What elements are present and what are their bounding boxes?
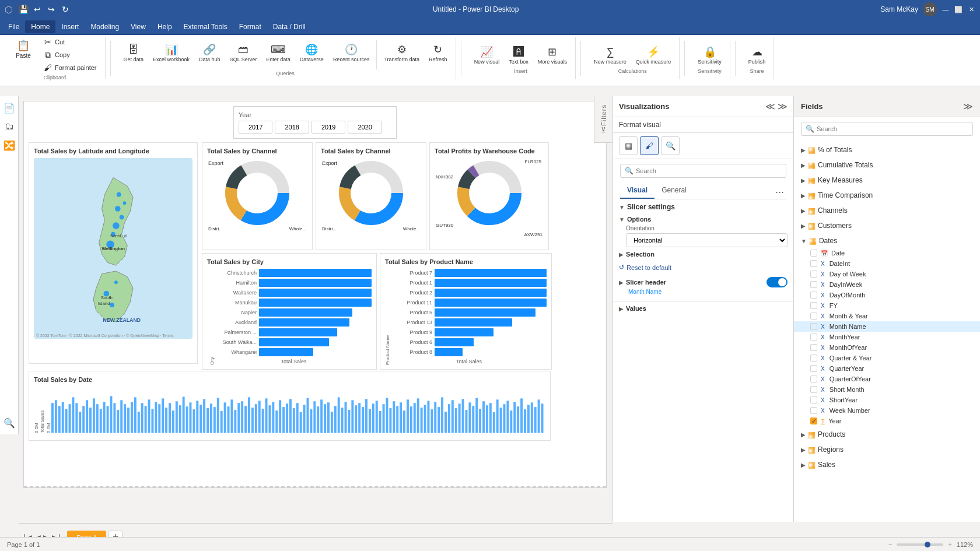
fields-panel-collapse[interactable]: ≫ xyxy=(963,101,973,112)
copy-button[interactable]: ⧉Copy xyxy=(40,49,100,61)
user-avatar[interactable]: SM xyxy=(923,2,937,16)
slicer-settings-header[interactable]: ▼ Slicer settings xyxy=(619,203,788,211)
fields-item-year[interactable]: ✓ ∑ Year xyxy=(794,416,980,426)
menu-modeling[interactable]: Modeling xyxy=(85,20,125,33)
refresh-button[interactable]: ↻ xyxy=(60,3,71,15)
orientation-dropdown[interactable]: Horizontal xyxy=(626,233,788,247)
fields-item-dayofmonth[interactable]: X DayOfMonth xyxy=(794,290,980,300)
fields-item-shortyear[interactable]: X ShortYear xyxy=(794,395,980,405)
fields-item-quarteryear2[interactable]: X QuarterYear xyxy=(794,363,980,374)
format-paintbrush-icon[interactable]: 🖌 xyxy=(640,136,659,155)
menu-file[interactable]: File xyxy=(2,20,25,33)
undo-button[interactable]: ↩ xyxy=(32,3,43,15)
city-bar-chart[interactable]: Total Sales by City City Christchurch Ha… xyxy=(202,253,377,370)
fields-item-dayinweek[interactable]: X DayInWeek xyxy=(794,279,980,290)
product-bar-chart[interactable]: Total Sales by Product Name Product Name… xyxy=(380,253,552,370)
fields-item-dateint[interactable]: X DateInt xyxy=(794,258,980,269)
zoom-in-icon[interactable]: + xyxy=(948,541,951,548)
channel-donut-1[interactable]: Total Sales by Channel Export Distri... … xyxy=(202,142,313,250)
fields-search-input[interactable] xyxy=(801,122,973,136)
excel-button[interactable]: 📊 Excel workbook xyxy=(149,40,193,65)
fields-group-customers-header[interactable]: ▶ ▦ Customers xyxy=(794,219,980,233)
text-box-button[interactable]: 🅰 Text box xyxy=(505,43,532,67)
viz-tab-general[interactable]: General xyxy=(654,183,694,199)
more-visuals-button[interactable]: ⊞ More visuals xyxy=(534,43,571,67)
minimize-button[interactable]: — xyxy=(942,5,950,13)
dataverse-button[interactable]: 🌐 Dataverse xyxy=(296,40,327,65)
viz-search-input[interactable] xyxy=(620,164,786,178)
recent-sources-button[interactable]: 🕐 Recent sources xyxy=(330,40,373,65)
fields-group-sales-header[interactable]: ▶ ▦ Sales xyxy=(794,458,980,472)
data-hub-button[interactable]: 🔗 Data hub xyxy=(195,40,224,65)
left-nav-data[interactable]: 🗂 xyxy=(2,120,16,134)
left-nav-dax[interactable]: 🔍 xyxy=(2,416,16,430)
warehouse-donut[interactable]: Total Profits by Warehouse Code FLR025 N… xyxy=(429,142,549,250)
sql-button[interactable]: 🗃 SQL Server xyxy=(226,40,261,65)
fields-item-quarteryear[interactable]: X Quarter & Year xyxy=(794,353,980,363)
fields-item-fy[interactable]: X FY xyxy=(794,300,980,311)
menu-data-drill[interactable]: Data / Drill xyxy=(267,20,312,33)
zoom-out-icon[interactable]: − xyxy=(888,541,892,548)
fields-group-regions-header[interactable]: ▶ ▦ Regions xyxy=(794,443,980,457)
fields-group-dates-header[interactable]: ▼ ▦ Dates xyxy=(794,234,980,248)
year-2017-btn[interactable]: 2017 xyxy=(239,121,272,134)
date-timeline-chart[interactable]: Total Sales by Date 0.5M Total Sales 0.0… xyxy=(29,371,551,441)
fields-group-time-comparison-header[interactable]: ▶ ▦ Time Comparison xyxy=(794,188,980,202)
sensitivity-button[interactable]: 🔒 Sensitivity xyxy=(694,43,725,67)
fields-group-cumulative-header[interactable]: ▶ ▦ Cumulative Totals xyxy=(794,158,980,172)
zoom-slider[interactable] xyxy=(897,543,943,546)
close-button[interactable]: ✕ xyxy=(967,5,975,13)
menu-view[interactable]: View xyxy=(125,20,152,33)
fields-item-monthofyear[interactable]: X MonthOfYear xyxy=(794,342,980,353)
menu-external-tools[interactable]: External Tools xyxy=(178,20,233,33)
filter-toggle[interactable]: Filters ⊻ xyxy=(594,96,612,143)
fields-item-monthyear2[interactable]: X MonthYear xyxy=(794,332,980,342)
values-section-header[interactable]: ▶ Values xyxy=(619,305,788,312)
get-data-button[interactable]: 🗄 Get data xyxy=(120,40,148,65)
viz-panel-expand[interactable]: ≫ xyxy=(778,101,788,112)
new-visual-button[interactable]: 📈 New visual xyxy=(471,43,503,67)
report-canvas[interactable]: Year 2017 2018 2019 2020 Total Sales by … xyxy=(23,101,607,488)
format-painter-button[interactable]: 🖌Format painter xyxy=(40,62,100,73)
slicer-header-chevron[interactable]: ▶ xyxy=(619,279,624,286)
fields-item-shortmonth[interactable]: X Short Month xyxy=(794,384,980,395)
selection-section-header[interactable]: ▶ Selection xyxy=(619,251,788,258)
fields-item-weeknumber[interactable]: X Week Number xyxy=(794,405,980,416)
fields-item-quarterofyear[interactable]: X QuarterOfYear xyxy=(794,374,980,384)
map-chart[interactable]: Total Sales by Latitude and Longitude xyxy=(29,142,198,364)
slicer-header-toggle[interactable] xyxy=(766,277,788,287)
redo-button[interactable]: ↪ xyxy=(46,3,57,15)
fields-item-monthname[interactable]: X Month Name xyxy=(794,321,980,332)
menu-format[interactable]: Format xyxy=(233,20,267,33)
save-button[interactable]: 💾 xyxy=(18,3,29,15)
reset-button[interactable]: ↺ Reset to default xyxy=(619,262,788,272)
fields-item-date[interactable]: 📅 Date xyxy=(794,248,980,258)
fields-item-monthyear[interactable]: X Month & Year xyxy=(794,311,980,321)
paste-button[interactable]: 📋 Paste xyxy=(9,36,37,61)
menu-help[interactable]: Help xyxy=(152,20,178,33)
menu-insert[interactable]: Insert xyxy=(55,20,85,33)
fields-group-products-header[interactable]: ▶ ▦ Products xyxy=(794,427,980,441)
quick-measure-button[interactable]: ⚡ Quick measure xyxy=(632,43,675,67)
channel-donut-2[interactable]: Total Sales by Channel Export Distri... … xyxy=(316,142,426,250)
publish-button[interactable]: ☁ Publish xyxy=(745,43,769,67)
viz-tab-more[interactable]: ... xyxy=(773,183,786,199)
format-search-icon[interactable]: 🔍 xyxy=(661,136,680,155)
options-section-header[interactable]: ▼ Options xyxy=(619,216,788,223)
enter-data-button[interactable]: ⌨ Enter data xyxy=(262,40,294,65)
year-2018-btn[interactable]: 2018 xyxy=(275,121,309,134)
fields-group-channels-header[interactable]: ▶ ▦ Channels xyxy=(794,203,980,217)
fields-group-key-measures-header[interactable]: ▶ ▦ Key Measures xyxy=(794,173,980,187)
restore-button[interactable]: ⬜ xyxy=(954,5,963,13)
transform-button[interactable]: ⚙ Transform data xyxy=(380,40,423,65)
left-nav-model[interactable]: 🔀 xyxy=(2,138,16,152)
viz-tab-visual[interactable]: Visual xyxy=(620,183,654,199)
format-table-icon[interactable]: ▦ xyxy=(619,136,638,155)
cut-button[interactable]: ✂Cut xyxy=(40,36,100,48)
year-2019-btn[interactable]: 2019 xyxy=(312,121,345,134)
fields-group-totals-header[interactable]: ▶ ▦ % of Totals xyxy=(794,143,980,157)
viz-panel-collapse[interactable]: ≪ xyxy=(765,101,775,112)
new-measure-button[interactable]: ∑ New measure xyxy=(590,43,630,67)
year-2020-btn[interactable]: 2020 xyxy=(348,121,382,134)
menu-home[interactable]: Home xyxy=(25,20,55,33)
